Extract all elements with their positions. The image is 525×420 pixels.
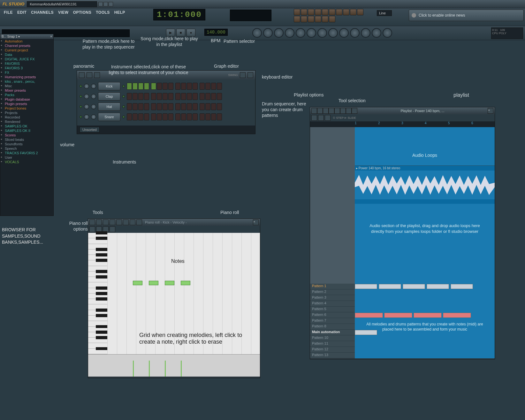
shortcut-icon[interactable] [294, 16, 300, 22]
pianoroll-tool-icon[interactable] [116, 219, 122, 225]
snap-select[interactable]: Line [377, 10, 392, 16]
step-cell[interactable] [193, 113, 198, 120]
browser-item[interactable]: Humanizing presets [0, 75, 53, 79]
playlist-tool-icon[interactable] [318, 115, 324, 121]
browser-item[interactable]: FAVORIS 3 [0, 66, 53, 70]
browser-item[interactable]: Automation [0, 39, 53, 43]
channel-select-led[interactable] [122, 116, 125, 118]
keyboard-editor-icon[interactable] [247, 72, 253, 78]
stepseq-option-icon[interactable] [94, 72, 100, 78]
browser-item[interactable]: Packs [0, 93, 53, 97]
step-cell[interactable] [181, 93, 186, 100]
step-cell[interactable] [200, 113, 205, 120]
shortcut-icon[interactable] [315, 16, 321, 22]
pan-knob[interactable] [84, 114, 89, 119]
pattern-name[interactable]: Main automation [310, 330, 355, 335]
step-cell[interactable] [193, 83, 198, 90]
velocity-lane[interactable] [88, 354, 260, 377]
step-cell[interactable] [133, 103, 138, 110]
piano-black-key[interactable] [96, 297, 107, 301]
piano-key[interactable] [88, 260, 107, 266]
step-cell[interactable] [187, 113, 192, 120]
channel-led[interactable] [80, 116, 82, 118]
pattern-name[interactable]: Pattern 7 [310, 318, 355, 324]
browser-item[interactable]: DIGITAL JUICE FX [0, 57, 53, 61]
playlist-ruler[interactable]: 123456 [310, 121, 495, 127]
audio-track-area[interactable]: Audio Loops ▸ Power 140 bpm, 16 bit ster… [355, 127, 495, 284]
pianoroll-grid[interactable]: Notes Grid when creating melodies, left … [107, 233, 260, 354]
step-cell[interactable] [127, 83, 132, 90]
song-position-display[interactable]: 1:01:000 [153, 9, 205, 20]
pattern-block[interactable] [427, 284, 449, 289]
playlist-tool-icon[interactable] [352, 108, 357, 114]
step-cell[interactable] [138, 83, 143, 90]
round-tool-button[interactable] [252, 28, 262, 38]
step-cell[interactable] [217, 83, 222, 90]
round-tool-button[interactable] [285, 28, 294, 38]
pianoroll-tool-icon[interactable] [103, 219, 109, 225]
step-cell[interactable] [151, 103, 156, 110]
graph-editor-icon[interactable] [240, 72, 246, 78]
step-cell[interactable] [175, 103, 180, 110]
volume-knob[interactable] [91, 104, 96, 109]
record-button[interactable]: ● [186, 29, 195, 36]
playlist-tool-icon[interactable] [334, 108, 340, 114]
browser-item[interactable]: TRACKS FAVORIS 2 [0, 151, 53, 155]
channel-button[interactable]: Hat [98, 103, 120, 111]
piano-key[interactable] [88, 277, 107, 282]
channel-led[interactable] [80, 105, 82, 108]
round-tool-button[interactable] [263, 28, 273, 38]
close-icon[interactable]: × [488, 108, 493, 114]
menu-view[interactable]: VIEW [56, 10, 71, 15]
step-cell[interactable] [175, 83, 180, 90]
piano-black-key[interactable] [96, 325, 107, 328]
round-tool-button[interactable] [383, 28, 392, 38]
pattern-block[interactable] [414, 313, 442, 318]
pan-knob[interactable] [84, 94, 89, 99]
step-cell[interactable] [211, 93, 216, 100]
browser-item[interactable]: Misc [0, 84, 53, 88]
step-cell[interactable] [187, 93, 192, 100]
browser-item[interactable]: SAMPLES OK II [0, 128, 53, 133]
browser-item[interactable]: FAVORIS [0, 61, 53, 66]
pianoroll-tool-icon[interactable] [96, 219, 102, 225]
step-cell[interactable] [205, 103, 210, 110]
volume-knob[interactable] [91, 94, 96, 99]
channel-select-led[interactable] [122, 85, 125, 88]
maximize-icon[interactable] [103, 2, 108, 6]
browser-item[interactable]: Plugin database [0, 97, 53, 102]
step-cell[interactable] [168, 113, 173, 120]
piano-black-key[interactable] [96, 309, 107, 312]
shortcut-icon[interactable] [322, 16, 328, 22]
round-tool-button[interactable] [317, 28, 327, 38]
menu-edit[interactable]: EDIT [15, 10, 28, 15]
velocity-bar[interactable] [133, 361, 134, 377]
round-tool-button[interactable] [274, 28, 284, 38]
pianoroll-tool-icon[interactable] [136, 219, 142, 225]
channel-led[interactable] [80, 95, 82, 98]
step-cell[interactable] [127, 103, 132, 110]
project-title[interactable]: KemmarAbdullahNEW991191 [27, 1, 97, 7]
step-cell[interactable] [168, 83, 173, 90]
menu-tools[interactable]: TOOLS [94, 10, 112, 15]
round-tool-button[interactable] [361, 28, 370, 38]
shortcut-icon[interactable] [322, 9, 328, 15]
shortcut-icon[interactable] [301, 9, 307, 15]
piano-key[interactable] [88, 349, 107, 354]
pianoroll-menu-icon[interactable] [89, 219, 95, 225]
channel-select-led[interactable] [122, 95, 125, 98]
browser-item[interactable]: Mixer presets [0, 88, 53, 93]
browser-item[interactable]: User [0, 155, 53, 160]
browser-item[interactable]: Speech [0, 146, 53, 151]
round-tool-button[interactable] [307, 28, 316, 38]
piano-black-key[interactable] [96, 248, 107, 251]
browser-item[interactable]: FX [0, 70, 53, 75]
step-cell[interactable] [217, 113, 222, 120]
piano-key[interactable] [88, 338, 107, 343]
step-cell[interactable] [211, 103, 216, 110]
pattern-block[interactable] [451, 284, 473, 289]
shortcut-icon[interactable] [308, 16, 314, 22]
menu-options[interactable]: OPTIONS [71, 10, 94, 15]
round-tool-button[interactable] [372, 28, 381, 38]
channel-button[interactable]: Clap [98, 92, 120, 101]
